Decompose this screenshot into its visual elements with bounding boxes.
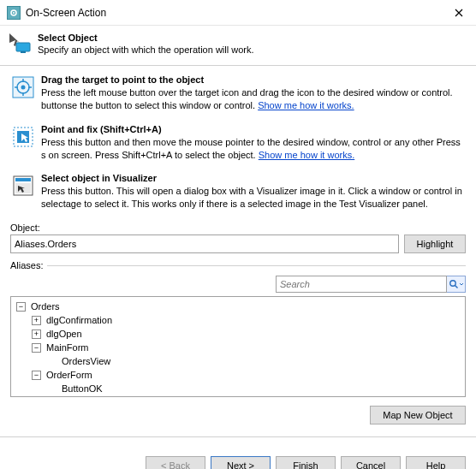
tree-node-label: ButtonOK	[60, 383, 104, 394]
tree-row[interactable]: −OrderForm	[11, 368, 465, 382]
expand-toggle[interactable]: +	[32, 316, 41, 325]
svg-point-12	[449, 281, 455, 286]
page-subtitle: Specify an object with which the operati…	[38, 45, 467, 55]
method-drag-desc: Press the left mouse button over the tar…	[41, 86, 466, 112]
aliases-tree[interactable]: − Orders +dlgConfirmation+dlgOpen−MainFo…	[10, 296, 466, 397]
page-title: Select Object	[38, 33, 467, 43]
object-label: Object:	[10, 223, 466, 233]
method-vis-title: Select object in Visualizer	[41, 173, 466, 183]
visualizer-icon[interactable]	[10, 173, 36, 211]
show-me-link-drag[interactable]: Show me how it works.	[258, 100, 354, 110]
tree-row[interactable]: ButtonOK	[11, 382, 465, 395]
tree-root[interactable]: − Orders	[11, 300, 465, 313]
tree-row[interactable]: OrdersView	[11, 354, 465, 368]
svg-point-6	[21, 86, 26, 90]
next-button[interactable]: Next >	[211, 456, 271, 469]
cancel-button[interactable]: Cancel	[341, 456, 401, 469]
svg-rect-2	[16, 43, 30, 51]
app-icon	[7, 6, 21, 20]
wizard-header: Select Object Specify an object with whi…	[0, 26, 476, 66]
finish-button[interactable]: Finish	[276, 456, 336, 469]
svg-point-1	[13, 12, 15, 14]
divider	[47, 265, 466, 266]
tree-row[interactable]: −MainForm	[11, 341, 465, 354]
help-button[interactable]: Help	[406, 456, 466, 469]
method-drag: Drag the target to point to the object P…	[10, 74, 466, 112]
method-vis-desc: Press this button. This will open a dial…	[41, 185, 466, 211]
show-me-link-point[interactable]: Show me how it works.	[259, 150, 354, 160]
titlebar: On-Screen Action	[0, 0, 476, 26]
tree-node-label: MainForm	[45, 342, 91, 353]
tree-node-label: OrderForm	[45, 370, 94, 380]
object-input[interactable]	[10, 234, 399, 253]
point-fix-icon[interactable]	[10, 124, 36, 162]
tree-node-label: dlgOpen	[45, 329, 84, 339]
tree-node-label: OrdersView	[60, 356, 112, 366]
search-button[interactable]	[447, 276, 466, 293]
svg-rect-10	[15, 178, 31, 181]
wizard-buttons: < Back Next > Finish Cancel Help	[0, 446, 476, 469]
map-new-object-button[interactable]: Map New Object	[370, 406, 466, 424]
aliases-label: Aliases:	[10, 260, 44, 270]
expand-toggle[interactable]: −	[16, 302, 26, 312]
target-icon[interactable]	[10, 74, 36, 112]
tree-node-label: dlgConfirmation	[45, 315, 114, 325]
highlight-button[interactable]: Highlight	[404, 234, 466, 253]
method-point-title: Point and fix (Shift+Ctrl+A)	[41, 124, 466, 134]
tree-row[interactable]: +dlgConfirmation	[11, 313, 465, 327]
method-point-desc: Press this button and then move the mous…	[41, 136, 466, 162]
window-title: On-Screen Action	[26, 7, 442, 19]
method-point: Point and fix (Shift+Ctrl+A) Press this …	[10, 124, 466, 162]
cursor-monitor-icon	[9, 33, 33, 55]
expand-toggle[interactable]: −	[32, 371, 41, 380]
expand-toggle[interactable]: +	[32, 329, 41, 339]
svg-rect-3	[21, 51, 26, 53]
close-button[interactable]	[442, 0, 476, 26]
method-visualizer: Select object in Visualizer Press this b…	[10, 173, 466, 211]
search-input[interactable]	[276, 276, 447, 293]
tree-row[interactable]: +dlgOpen	[11, 327, 465, 341]
back-button: < Back	[146, 456, 205, 469]
expand-toggle[interactable]: −	[32, 343, 41, 353]
method-drag-title: Drag the target to point to the object	[41, 74, 466, 85]
divider	[0, 436, 476, 437]
